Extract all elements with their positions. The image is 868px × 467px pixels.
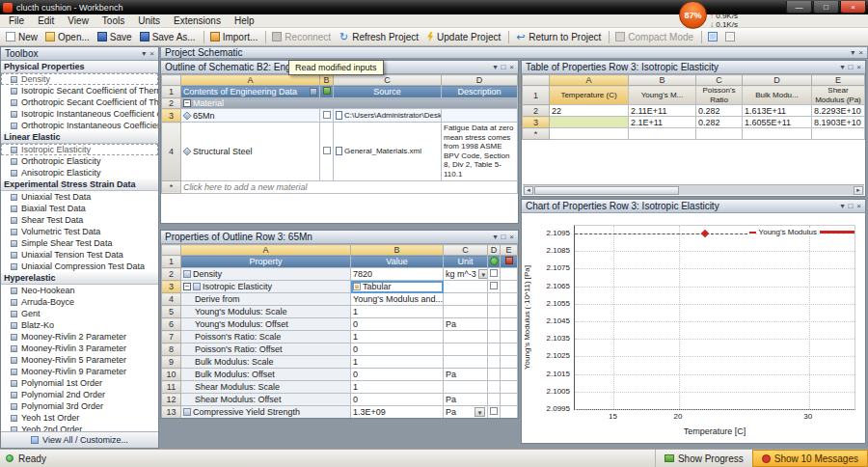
panel-menu-icon[interactable]: ▾ (142, 48, 146, 60)
collapse-icon[interactable]: − (183, 99, 191, 107)
suppress-cell[interactable] (501, 281, 518, 293)
save-as-button[interactable]: Save As... (137, 29, 201, 45)
toolbox-item-mooney-rivlin-3-parameter[interactable]: Mooney-Rivlin 3 Parameter (1, 343, 158, 354)
shear-modulus-cell[interactable]: 8.1903E+10 (812, 117, 865, 128)
property-value-cell[interactable]: 0 (351, 394, 444, 406)
column-header-d[interactable]: D (743, 75, 812, 86)
minimize-button[interactable]: — (786, 1, 812, 14)
property-value-cell[interactable]: 1 (351, 331, 444, 343)
property-value-cell[interactable]: 1.3E+09 (351, 406, 444, 419)
toolbox-item-mooney-rivlin-2-parameter[interactable]: Mooney-Rivlin 2 Parameter (1, 331, 158, 343)
panel-menu-icon[interactable]: ▾ (851, 47, 854, 59)
unit-cell[interactable]: Pa (444, 318, 488, 331)
row-header[interactable]: 9 (162, 356, 181, 369)
close-button[interactable]: × (840, 1, 866, 14)
menu-item-view[interactable]: View (61, 15, 95, 26)
material-source-cell[interactable]: C:\Users\Administrator\Deskt (334, 109, 442, 123)
toolbox-item-yeoh-1st-order[interactable]: Yeoh 1st Order (1, 412, 158, 424)
show-progress-button[interactable]: Show Progress (655, 450, 752, 467)
corner-cell[interactable] (523, 75, 550, 86)
property-name-cell[interactable]: −Isotropic Elasticity (181, 281, 351, 293)
dropdown-icon[interactable]: ▾ (475, 407, 485, 417)
row-header[interactable]: * (523, 128, 550, 140)
property-name-cell[interactable]: Bulk Modulus: Offset (181, 369, 351, 381)
toolbox-section-linear-elastic[interactable]: Linear Elastic (1, 131, 158, 144)
toolbox-item-biaxial-test-data[interactable]: Biaxial Test Data (1, 203, 158, 214)
property-row[interactable]: 2Density7820kg m^-3▾ (162, 268, 518, 281)
property-name-cell[interactable]: Derive from (181, 293, 351, 306)
unit-cell[interactable] (444, 381, 488, 394)
temperature-column-title[interactable]: Temperature (C) (550, 86, 629, 105)
unit-cell[interactable]: Pa (444, 369, 488, 381)
include-cell[interactable] (488, 318, 501, 331)
menu-item-tools[interactable]: Tools (95, 15, 131, 26)
toolbox-section-hyperelastic[interactable]: Hyperelastic (1, 272, 158, 285)
column-header-d[interactable]: D (442, 75, 518, 86)
row-header[interactable]: 3 (523, 117, 550, 128)
include-checkbox[interactable] (490, 282, 498, 289)
include-cell[interactable] (488, 381, 501, 394)
toolbox-item-polynomial-2nd-order[interactable]: Polynomial 2nd Order (1, 389, 158, 400)
column-header-b[interactable]: B (629, 75, 696, 86)
include-cell[interactable] (488, 343, 501, 356)
scroll-left-icon[interactable]: ◄ (524, 186, 533, 195)
material-checkbox[interactable] (323, 111, 331, 119)
column-header-b[interactable]: B (351, 245, 444, 256)
panel-close-icon[interactable]: × (856, 201, 861, 212)
include-cell[interactable] (488, 293, 501, 306)
panel-float-icon[interactable]: □ (501, 232, 505, 243)
include-cell[interactable] (488, 394, 501, 406)
column-header-a[interactable]: A (181, 245, 351, 256)
row-header[interactable]: 4 (162, 123, 181, 181)
panel-menu-icon[interactable]: ▾ (840, 201, 844, 212)
empty-cell[interactable] (696, 128, 743, 140)
property-row[interactable]: 5Young's Modulus: Scale1 (162, 306, 518, 318)
show-messages-button[interactable]: Show 10 Messages (752, 450, 868, 467)
youngs-modulus-column-title[interactable]: Young's M... (629, 86, 696, 105)
toolbox-item-gent[interactable]: Gent (1, 308, 158, 319)
property-value-cell[interactable]: Young's Modulus and...▾ (351, 293, 444, 306)
column-header-d[interactable]: D (488, 245, 501, 256)
speed-ball-gauge[interactable]: 87% (679, 1, 707, 29)
include-cell[interactable] (488, 281, 501, 293)
toolbox-item-isotropic-secant-coefficient-of-thermal[interactable]: Isotropic Secant Coefficient of Thermal (1, 85, 158, 96)
property-name-cell[interactable]: Shear Modulus: Scale (181, 381, 351, 394)
material-description-cell[interactable] (442, 109, 518, 123)
unit-cell[interactable] (444, 293, 488, 306)
table-row[interactable]: 2 22 2.11E+11 0.282 1.613E+11 8.2293E+10 (523, 105, 865, 117)
row-header[interactable]: 10 (162, 369, 181, 381)
suppress-cell[interactable] (501, 331, 518, 343)
unit-cell[interactable] (444, 343, 488, 356)
unit-cell[interactable] (444, 281, 488, 293)
material-checkbox-cell[interactable] (320, 123, 334, 181)
row-header[interactable]: 6 (162, 318, 181, 331)
unit-cell[interactable] (444, 331, 488, 343)
panel-menu-icon[interactable]: ▾ (840, 62, 844, 73)
row-header[interactable]: 1 (162, 256, 181, 268)
column-header-b[interactable]: B (320, 75, 334, 86)
property-value-cell[interactable]: 1 (351, 356, 444, 369)
toolbox-section-experimental-stress-strain-data[interactable]: Experimental Stress Strain Data (1, 179, 158, 191)
collapse-icon[interactable]: − (183, 283, 191, 290)
new-button[interactable]: New (3, 29, 42, 45)
bulk-modulus-column-title[interactable]: Bulk Modu... (743, 86, 812, 105)
property-row[interactable]: 11Shear Modulus: Scale1 (162, 381, 518, 394)
unit-cell[interactable]: kg m^-3▾ (444, 268, 488, 281)
suppress-cell[interactable] (501, 268, 518, 281)
row-header[interactable]: 11 (162, 381, 181, 394)
property-name-cell[interactable]: Shear Modulus: Offset (181, 394, 351, 406)
row-header[interactable]: 3 (162, 281, 181, 293)
property-row[interactable]: 7Poisson's Ratio: Scale1 (162, 331, 518, 343)
temperature-cell[interactable]: 22 (550, 105, 629, 117)
toolbox-item-polynomial-3rd-order[interactable]: Polynomial 3rd Order (1, 400, 158, 412)
menu-item-extensions[interactable]: Extensions (167, 15, 228, 26)
column-header-c[interactable]: C (696, 75, 743, 86)
dropdown-icon[interactable]: ▾ (478, 269, 488, 279)
panel-close-icon[interactable]: × (858, 47, 863, 59)
unit-cell[interactable]: Pa (444, 394, 488, 406)
table-row[interactable]: 3 2.1E+11 0.282 1.6055E+11 8.1903E+10 (523, 117, 865, 128)
suppress-cell[interactable] (501, 381, 518, 394)
bulk-modulus-cell[interactable]: 1.613E+11 (743, 105, 812, 117)
row-header[interactable]: 7 (162, 331, 181, 343)
property-row[interactable]: 8Poisson's Ratio: Offset0 (162, 343, 518, 356)
